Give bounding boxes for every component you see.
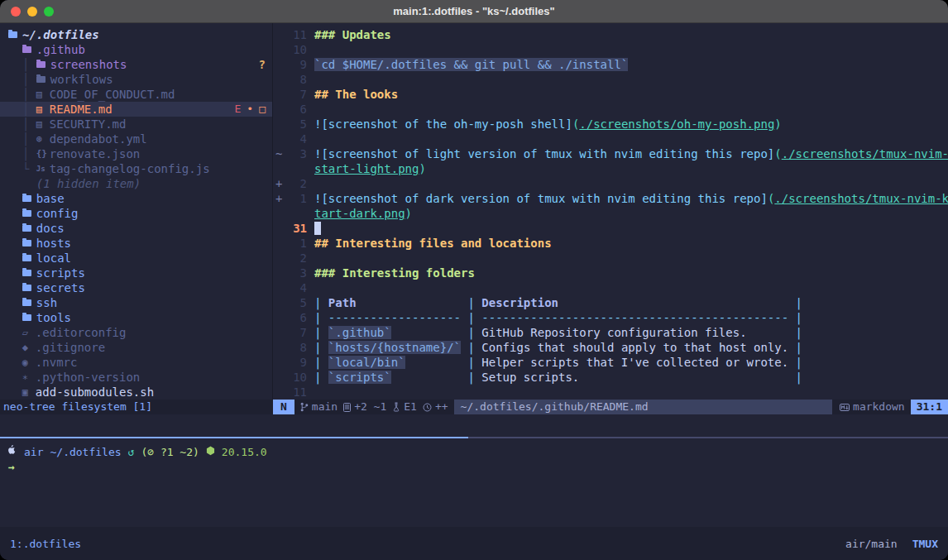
indent-guide: │ [8, 117, 36, 132]
text-segment: ### Interesting folders [314, 266, 475, 280]
tree-item-python-version[interactable]: ∗.python-version [0, 370, 272, 385]
text-segment: Configs that should apply to that host o… [481, 341, 795, 354]
filetype-label: markdown [853, 400, 905, 414]
updates: ++ [423, 400, 448, 414]
tree-item-nvmrc[interactable]: ◉.nvmrc [0, 355, 272, 370]
tree-item-tag-changelog-config-js[interactable]: └ Jstag-changelog-config.js [0, 161, 272, 176]
gutter-sign [275, 102, 284, 117]
tree-item-add-submodules-sh[interactable]: ▣add-submodules.sh [0, 385, 272, 400]
editor-line[interactable]: 9| `local/bin` | Helper scripts that I'v… [275, 355, 948, 370]
editor-line[interactable]: tart-dark.png) [275, 206, 948, 221]
tree-item-1-hidden-item[interactable]: (1 hidden item) [0, 176, 272, 191]
editor-line[interactable]: 6| ------------------- | ---------------… [275, 310, 948, 325]
editor-line[interactable]: 4 [275, 132, 948, 146]
editor-line[interactable]: 7## The looks [275, 87, 948, 102]
tree-item-ssh[interactable]: ssh [0, 295, 272, 310]
tree-item-secrets[interactable]: secrets [0, 280, 272, 295]
shell-pane[interactable]: air ~/.dotfiles ↺ (⊘ ?1 ~2) 20.15.0 → [0, 414, 948, 527]
editor-line[interactable]: + 1![screenshot of dark version of tmux … [275, 191, 948, 206]
text-segment: `hosts/{hostname}/` [328, 341, 461, 354]
close-button[interactable] [11, 7, 21, 17]
git-status-badge: ? [259, 57, 266, 72]
editor-line[interactable]: + 2 [275, 176, 948, 191]
tree-item-workflows[interactable]: │ workflows [0, 72, 272, 87]
line-number: 11 [284, 385, 307, 400]
gutter-sign: ~ [275, 146, 284, 161]
node-version: 20.15.0 [222, 445, 267, 460]
prompt-arrow[interactable]: → [8, 460, 15, 475]
tree-item-scripts[interactable]: scripts [0, 266, 272, 280]
editor-line[interactable]: 31 [275, 221, 948, 236]
editor-line[interactable]: ~ 3![screenshot of light version of tmux… [275, 146, 948, 161]
text-segment: ![screenshot of the oh-my-posh shell] [314, 117, 572, 131]
editor-line[interactable]: 5| Path | Description | [275, 295, 948, 310]
tree-item-label: SECURITY.md [50, 117, 127, 132]
line-number: 5 [284, 117, 307, 132]
editor-line[interactable]: 10 [275, 42, 948, 57]
tree-item-hosts[interactable]: hosts [0, 236, 272, 251]
minimize-button[interactable] [27, 7, 37, 17]
folder-icon [22, 255, 31, 261]
tree-item-base[interactable]: base [0, 191, 272, 206]
tree-item-security-md[interactable]: │ ▤SECURITY.md [0, 117, 272, 132]
tree-item-label: dependabot.yml [50, 132, 147, 146]
tree-item-code-of-conduct-md[interactable]: │ ▤CODE_OF_CONDUCT.md [0, 87, 272, 102]
tree-item-label: tools [36, 310, 71, 325]
tmux-window-tab[interactable]: 1:.dotfiles [10, 538, 81, 550]
line-number: 10 [284, 370, 307, 385]
zoom-button[interactable] [44, 7, 54, 17]
tree-item-readme-md[interactable]: │ ▤README.mdE•□ [0, 102, 272, 117]
tree-item-label: ssh [36, 295, 57, 310]
editor-line[interactable]: 9`cd $HOME/.dotfiles && git pull && ./in… [275, 57, 948, 72]
js-icon: Js [36, 161, 50, 176]
editor-line[interactable]: 10| `scripts` | Setup scripts. | [275, 370, 948, 385]
tree-item-gitignore[interactable]: ◆.gitignore [0, 340, 272, 355]
editor-line[interactable]: 1## Interesting files and locations [275, 236, 948, 251]
shell-prompt[interactable]: air ~/.dotfiles ↺ (⊘ ?1 ~2) 20.15.0 [8, 445, 267, 460]
text-segment: | [467, 311, 481, 324]
tree-item-label: config [36, 206, 79, 221]
tree-item-tools[interactable]: tools [0, 310, 272, 325]
window-title: main:1:.dotfiles - "ks~/.dotfiles" [393, 5, 554, 17]
filepath: ~/.dotfiles/.github/README.md [454, 400, 832, 414]
tree-item-docs[interactable]: docs [0, 221, 272, 236]
editor-line[interactable]: 2 [275, 251, 948, 266]
indent-guide [8, 251, 22, 266]
folder-icon [22, 270, 31, 276]
line-number: 4 [284, 280, 307, 295]
gutter-sign: + [275, 191, 284, 206]
pane-divider-active[interactable] [0, 437, 468, 438]
editor-line[interactable]: 5![screenshot of the oh-my-posh shell](.… [275, 117, 948, 132]
tree-item-config[interactable]: config [0, 206, 272, 221]
apple-icon [8, 445, 17, 460]
tree-item-screenshots[interactable]: │ screenshots? [0, 57, 272, 72]
tree-item-editorconfig[interactable]: ▱.editorconfig [0, 325, 272, 340]
tmux-session-label: air/main [845, 538, 898, 550]
indent-guide [8, 310, 22, 325]
tree-item-github[interactable]: .github [0, 42, 272, 57]
line-number: 3 [284, 146, 307, 161]
tree-item-local[interactable]: local [0, 251, 272, 266]
editor-line[interactable]: 7| `.github` | GitHub Repository configu… [275, 325, 948, 340]
editor-line[interactable]: 11 [275, 385, 948, 400]
gutter-sign [275, 132, 284, 146]
gutter-sign [275, 355, 284, 370]
editor-line[interactable]: 3### Interesting folders [275, 266, 948, 280]
tree-item-label: screenshots [50, 57, 127, 72]
editor-line[interactable]: 6 [275, 102, 948, 117]
folder-icon [36, 76, 45, 83]
editor-line[interactable]: 4 [275, 280, 948, 295]
text-segment: | [467, 341, 481, 354]
editor-line[interactable]: 11### Updates [275, 27, 948, 42]
gutter-sign [275, 236, 284, 251]
editor-line[interactable]: 8| `hosts/{hostname}/` | Configs that sh… [275, 340, 948, 355]
editor-buffer[interactable]: 11### Updates 10 9`cd $HOME/.dotfiles &&… [273, 23, 948, 400]
tree-item-renovate-json[interactable]: │ {}renovate.json [0, 146, 272, 161]
text-segment: | [314, 356, 328, 369]
tree-item-dotfiles[interactable]: ~/.dotfiles [0, 27, 272, 42]
tree-item-dependabot-yml[interactable]: │ ⊛dependabot.yml [0, 132, 272, 146]
file-md-icon: ▤ [36, 102, 50, 117]
indent-guide: └ [8, 161, 36, 176]
editor-line[interactable]: 8 [275, 72, 948, 87]
editor-line[interactable]: start-light.png) [275, 161, 948, 176]
